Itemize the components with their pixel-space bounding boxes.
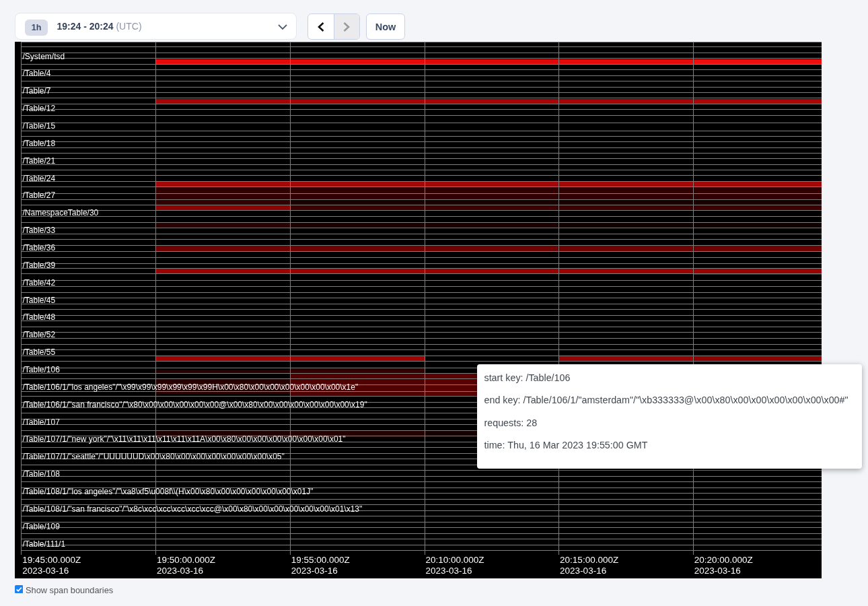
- svg-text:/System/tsd: /System/tsd: [23, 52, 65, 61]
- svg-text:/Table/111/1: /Table/111/1: [23, 539, 66, 549]
- svg-text:/Table/24: /Table/24: [23, 174, 56, 183]
- svg-text:/Table/55: /Table/55: [23, 347, 56, 357]
- svg-text:/Table/107/1/"seattle"/"UUUUUU: /Table/107/1/"seattle"/"UUUUUUD\x00\x80\…: [23, 452, 285, 461]
- svg-text:20:10:00.000Z: 20:10:00.000Z: [426, 555, 484, 565]
- svg-text:2023-03-16: 2023-03-16: [291, 566, 338, 576]
- svg-text:2023-03-16: 2023-03-16: [694, 566, 741, 576]
- svg-text:/Table/36: /Table/36: [23, 243, 56, 252]
- svg-text:/Table/106/1/"los angeles"/"\x: /Table/106/1/"los angeles"/"\x99\x99\x99…: [23, 382, 359, 392]
- svg-text:/Table/106/1/"san francisco"/": /Table/106/1/"san francisco"/"\x80\x00\x…: [23, 400, 367, 409]
- svg-text:19:50:00.000Z: 19:50:00.000Z: [157, 555, 215, 565]
- svg-text:/Table/4: /Table/4: [23, 69, 51, 78]
- svg-text:/Table/12: /Table/12: [23, 104, 56, 113]
- svg-text:/Table/107: /Table/107: [23, 417, 61, 427]
- svg-text:20:20:00.000Z: 20:20:00.000Z: [694, 555, 753, 565]
- svg-text:/Table/27: /Table/27: [23, 191, 56, 200]
- svg-text:/Table/33: /Table/33: [23, 226, 56, 235]
- svg-text:/Table/45: /Table/45: [23, 296, 56, 305]
- svg-text:/Table/52: /Table/52: [23, 330, 56, 339]
- svg-text:2023-03-16: 2023-03-16: [22, 566, 69, 576]
- svg-text:19:45:00.000Z: 19:45:00.000Z: [22, 555, 81, 565]
- svg-text:20:15:00.000Z: 20:15:00.000Z: [560, 555, 618, 565]
- svg-text:2023-03-16: 2023-03-16: [426, 566, 472, 576]
- svg-text:2023-03-16: 2023-03-16: [157, 566, 203, 576]
- svg-text:/Table/18: /Table/18: [23, 139, 56, 148]
- svg-text:/Table/108/1/"san francisco"/": /Table/108/1/"san francisco"/"\x8c\xcc\x…: [23, 504, 363, 514]
- svg-text:/Table/109: /Table/109: [23, 522, 61, 531]
- svg-text:/Table/108/1/"los angeles"/"\x: /Table/108/1/"los angeles"/"\xa8\xf5\u00…: [23, 487, 314, 496]
- svg-text:/Table/106: /Table/106: [23, 365, 61, 374]
- svg-text:2023-03-16: 2023-03-16: [560, 566, 606, 576]
- svg-text:/NamespaceTable/30: /NamespaceTable/30: [23, 208, 99, 217]
- svg-text:19:55:00.000Z: 19:55:00.000Z: [291, 555, 350, 565]
- svg-text:/Table/42: /Table/42: [23, 278, 56, 288]
- svg-text:/Table/107/1/"new york"/"\x11\: /Table/107/1/"new york"/"\x11\x11\x11\x1…: [23, 434, 346, 444]
- svg-text:/Table/15: /Table/15: [23, 121, 56, 131]
- svg-text:/Table/39: /Table/39: [23, 261, 56, 270]
- svg-text:/Table/7: /Table/7: [23, 86, 51, 96]
- svg-text:/Table/48: /Table/48: [23, 312, 56, 322]
- svg-text:/Table/108: /Table/108: [23, 469, 61, 479]
- svg-text:/Table/21: /Table/21: [23, 156, 56, 166]
